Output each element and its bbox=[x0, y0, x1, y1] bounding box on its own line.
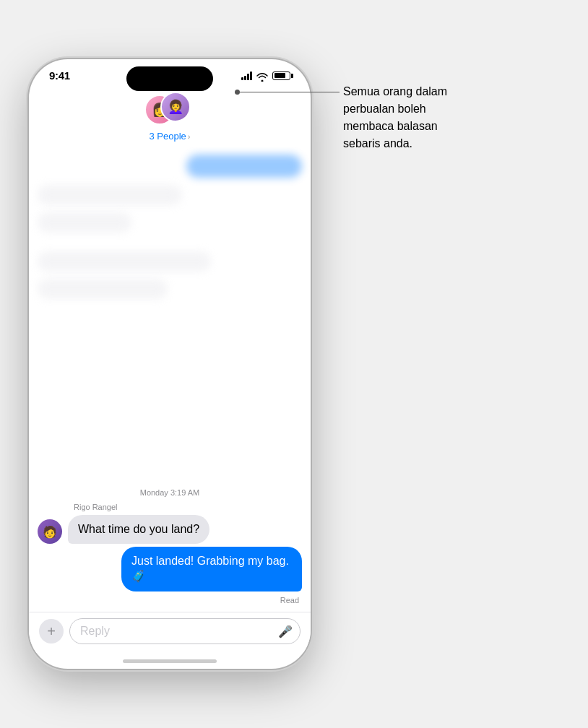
blurred-message-3 bbox=[38, 212, 131, 233]
blurred-message-2 bbox=[38, 185, 182, 205]
phone-shell: 9:41 👩 bbox=[29, 59, 311, 669]
messages-screen: 👩 👩‍🦱 3 People › bbox=[29, 84, 311, 669]
blurred-message-4 bbox=[38, 251, 211, 272]
plus-button[interactable]: + bbox=[39, 619, 64, 644]
message-timestamp: Monday 3:19 AM bbox=[38, 488, 302, 497]
group-header[interactable]: 👩 👩‍🦱 3 People › bbox=[29, 84, 311, 147]
dynamic-island bbox=[126, 66, 213, 91]
status-icons bbox=[241, 72, 290, 80]
status-bar: 9:41 bbox=[29, 59, 311, 84]
read-receipt: Read bbox=[38, 596, 302, 604]
outgoing-bubble[interactable]: Just landed! Grabbing my bag. 🧳 bbox=[121, 547, 302, 592]
sender-name: Rigo Rangel bbox=[74, 503, 302, 511]
rigo-avatar: 🧑 bbox=[38, 519, 62, 544]
annotation: Semua orang dalam perbualan boleh membac… bbox=[343, 83, 567, 152]
annotation-line4: sebaris anda. bbox=[343, 137, 412, 150]
blurred-message-1 bbox=[186, 155, 302, 178]
blurred-message-5 bbox=[38, 279, 168, 299]
input-bar: + Reply 🎤 bbox=[29, 612, 311, 653]
annotation-line1: Semua orang dalam bbox=[343, 85, 447, 98]
group-avatars: 👩 👩‍🦱 bbox=[144, 92, 195, 128]
visible-messages: Monday 3:19 AM Rigo Rangel 🧑 What time d… bbox=[38, 482, 302, 612]
annotation-line3: membaca balasan bbox=[343, 120, 438, 132]
signal-icon bbox=[241, 72, 252, 80]
blurred-messages bbox=[29, 147, 311, 306]
home-bar bbox=[123, 659, 217, 663]
reply-placeholder: Reply bbox=[80, 618, 110, 644]
annotation-line2: perbualan boleh bbox=[343, 103, 426, 115]
status-time: 9:41 bbox=[49, 69, 70, 82]
incoming-bubble[interactable]: What time do you land? bbox=[68, 515, 209, 545]
outgoing-message-row: Just landed! Grabbing my bag. 🧳 bbox=[38, 547, 302, 592]
avatar-2: 👩‍🦱 bbox=[160, 92, 191, 122]
wifi-icon bbox=[256, 72, 268, 80]
home-indicator bbox=[29, 653, 311, 669]
annotation-text: Semua orang dalam perbualan boleh membac… bbox=[343, 83, 567, 152]
messages-area: Monday 3:19 AM Rigo Rangel 🧑 What time d… bbox=[29, 147, 311, 612]
group-name-label[interactable]: 3 People › bbox=[150, 131, 191, 142]
annotation-line bbox=[235, 92, 340, 92]
reply-input-container[interactable]: Reply 🎤 bbox=[69, 618, 301, 644]
group-name-text: 3 People bbox=[150, 131, 186, 142]
mic-icon[interactable]: 🎤 bbox=[278, 625, 293, 638]
incoming-message-row: 🧑 What time do you land? bbox=[38, 515, 302, 545]
battery-icon bbox=[272, 72, 290, 80]
group-chevron-icon: › bbox=[188, 132, 191, 141]
